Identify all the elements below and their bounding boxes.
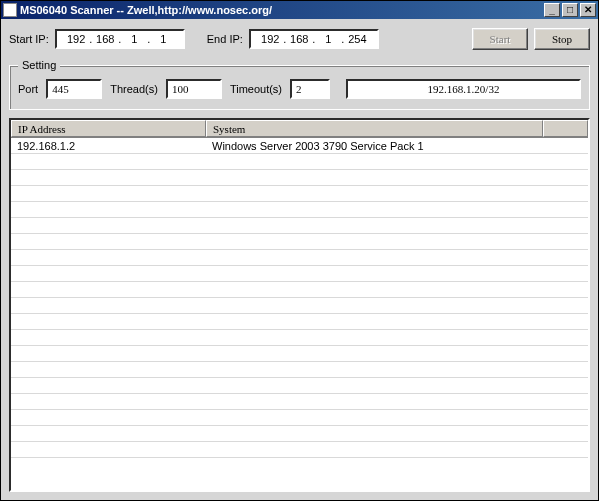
start-ip-label: Start IP: <box>9 33 49 45</box>
table-row <box>11 314 588 330</box>
col-header-ip[interactable]: IP Address <box>11 120 206 137</box>
timeout-input[interactable] <box>290 79 330 99</box>
results-list: IP Address System 192.168.1.2Windows Ser… <box>9 118 590 492</box>
table-row <box>11 234 588 250</box>
setting-group: Setting Port Thread(s) Timeout(s) 192.16… <box>9 59 590 110</box>
table-row <box>11 282 588 298</box>
ip-row: Start IP: 192. 168. 1. 1 End IP: 192. 16… <box>9 25 590 53</box>
table-row <box>11 362 588 378</box>
app-window: MS06040 Scanner -- Zwell,http://www.nose… <box>0 0 599 501</box>
titlebar[interactable]: MS06040 Scanner -- Zwell,http://www.nose… <box>1 1 598 19</box>
table-row <box>11 394 588 410</box>
table-row[interactable]: 192.168.1.2Windows Server 2003 3790 Serv… <box>11 138 588 154</box>
end-ip-label: End IP: <box>207 33 243 45</box>
close-button[interactable]: ✕ <box>580 3 596 17</box>
table-row <box>11 330 588 346</box>
cell-ip: 192.168.1.2 <box>11 140 206 152</box>
table-row <box>11 202 588 218</box>
list-header: IP Address System <box>11 120 588 138</box>
start-button[interactable]: Start <box>472 28 528 50</box>
thread-label: Thread(s) <box>110 83 158 95</box>
start-ip-input[interactable]: 192. 168. 1. 1 <box>55 29 185 49</box>
status-display: 192.168.1.20/32 <box>346 79 581 99</box>
cell-system: Windows Server 2003 3790 Service Pack 1 <box>206 140 543 152</box>
list-body[interactable]: 192.168.1.2Windows Server 2003 3790 Serv… <box>11 138 588 490</box>
table-row <box>11 426 588 442</box>
port-input-field[interactable] <box>52 83 96 95</box>
timeout-input-field[interactable] <box>296 83 324 95</box>
minimize-button[interactable]: _ <box>544 3 560 17</box>
table-row <box>11 298 588 314</box>
table-row <box>11 378 588 394</box>
window-title: MS06040 Scanner -- Zwell,http://www.nose… <box>20 4 542 16</box>
end-ip-input[interactable]: 192. 168. 1. 254 <box>249 29 379 49</box>
port-label: Port <box>18 83 38 95</box>
port-input[interactable] <box>46 79 102 99</box>
maximize-button[interactable]: □ <box>562 3 578 17</box>
table-row <box>11 266 588 282</box>
table-row <box>11 186 588 202</box>
client-area: Start IP: 192. 168. 1. 1 End IP: 192. 16… <box>1 19 598 500</box>
app-icon <box>3 3 17 17</box>
table-row <box>11 442 588 458</box>
timeout-label: Timeout(s) <box>230 83 282 95</box>
thread-input[interactable] <box>166 79 222 99</box>
table-row <box>11 218 588 234</box>
table-row <box>11 250 588 266</box>
thread-input-field[interactable] <box>172 83 216 95</box>
table-row <box>11 154 588 170</box>
table-row <box>11 410 588 426</box>
status-text: 192.168.1.20/32 <box>428 83 500 95</box>
setting-legend: Setting <box>18 59 60 71</box>
col-header-spacer[interactable] <box>543 120 588 137</box>
col-header-system[interactable]: System <box>206 120 543 137</box>
table-row <box>11 346 588 362</box>
table-row <box>11 170 588 186</box>
stop-button[interactable]: Stop <box>534 28 590 50</box>
